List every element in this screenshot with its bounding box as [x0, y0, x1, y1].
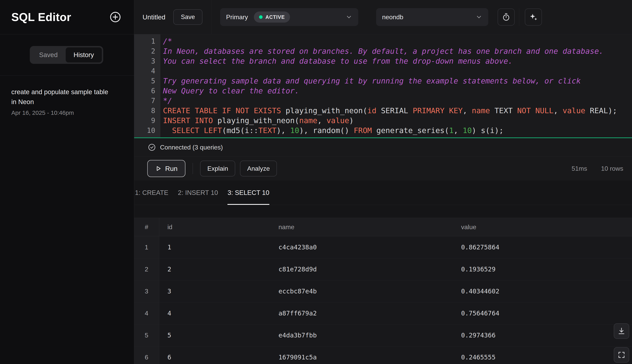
explain-button[interactable]: Explain [200, 160, 235, 176]
code-line[interactable]: SELECT LEFT(md5(i::TEXT), 10), random() … [163, 126, 632, 136]
data-cell: 1 [159, 236, 270, 258]
results-table-area: #idnamevalue 11c4ca4238a00.8627586422c81… [134, 218, 632, 364]
code-line[interactable]: New Query to clear the editor. [163, 86, 632, 96]
sidebar-tabs-row: Saved History [0, 34, 134, 76]
history-list: create and populate sample table in Neon… [0, 76, 134, 128]
data-cell: 0.2465555 [453, 346, 632, 364]
data-cell: 5 [159, 324, 270, 346]
query-history-button[interactable] [498, 8, 515, 26]
history-item-timestamp: Apr 16, 2025 - 10:46pm [11, 110, 123, 116]
download-icon [617, 327, 625, 335]
connection-status-text: Connected (3 queries) [160, 144, 223, 151]
analyze-button[interactable]: Analyze [240, 160, 277, 176]
results-panel: 1: CREATE 2: INSERT 10 3: SELECT 10 #idn… [134, 180, 632, 364]
check-circle-icon [148, 143, 156, 152]
results-table-header-row: #idnamevalue [134, 218, 632, 236]
row-number-cell: 1 [134, 236, 159, 258]
column-header: value [453, 218, 632, 236]
code-line[interactable]: CREATE TABLE IF NOT EXISTS playing_with_… [163, 106, 632, 116]
data-cell: 0.40344602 [453, 280, 632, 302]
row-number-cell: 6 [134, 346, 159, 364]
toolbar-divider [519, 8, 519, 26]
page-title: SQL Editor [11, 10, 71, 24]
row-number-cell: 3 [134, 280, 159, 302]
line-number: 4 [134, 66, 160, 76]
actions-row: Run Explain Analyze 51ms 10 rows [134, 156, 632, 180]
results-table: #idnamevalue 11c4ca4238a00.8627586422c81… [134, 218, 632, 364]
active-status-label: ACTIVE [265, 14, 285, 20]
chevron-down-icon [346, 14, 352, 20]
row-number-cell: 4 [134, 302, 159, 324]
data-cell: 6 [159, 346, 270, 364]
code-line[interactable]: In Neon, databases are stored on branche… [163, 46, 632, 56]
active-status-dot [259, 15, 263, 19]
sidebar: SQL Editor Saved History create and popu… [0, 0, 134, 364]
line-number: 8 [134, 106, 160, 116]
table-row[interactable]: 44a87ff679a20.75646764 [134, 302, 632, 324]
sql-editor-app: SQL Editor Saved History create and popu… [0, 0, 632, 364]
row-count: 10 rows [601, 165, 623, 172]
result-tab-insert[interactable]: 2: INSERT 10 [173, 180, 223, 205]
table-row[interactable]: 661679091c5a0.2465555 [134, 346, 632, 364]
run-button-label: Run [165, 165, 177, 172]
table-row[interactable]: 22c81e728d9d0.1936529 [134, 258, 632, 280]
data-cell: a87ff679a2 [270, 302, 453, 324]
query-metrics: 51ms 10 rows [572, 165, 623, 172]
data-cell: c81e728d9d [270, 258, 453, 280]
data-cell: c4ca4238a0 [270, 236, 453, 258]
data-cell: 4 [159, 302, 270, 324]
branch-selector[interactable]: Primary ACTIVE [220, 8, 358, 26]
actions-divider [192, 163, 193, 174]
toolbar: Untitled Save Primary ACTIVE neondb [134, 0, 632, 34]
toolbar-divider [211, 0, 212, 34]
query-name[interactable]: Untitled [142, 13, 165, 21]
database-name: neondb [382, 14, 403, 21]
branch-name: Primary [226, 14, 248, 21]
plus-circle-icon [109, 11, 122, 24]
row-number-cell: 2 [134, 258, 159, 280]
expand-results-button[interactable] [614, 347, 629, 362]
column-header: id [159, 218, 270, 236]
chevron-down-icon [476, 14, 482, 20]
sparkles-icon [529, 13, 538, 22]
table-row[interactable]: 33eccbc87e4b0.40344602 [134, 280, 632, 302]
code-line[interactable]: /* [163, 36, 632, 46]
editor-code[interactable]: /*In Neon, databases are stored on branc… [160, 34, 632, 138]
row-number-cell: 5 [134, 324, 159, 346]
data-cell: 0.2974366 [453, 324, 632, 346]
tab-saved[interactable]: Saved [31, 48, 66, 62]
result-tab-select[interactable]: 3: SELECT 10 [223, 180, 274, 205]
result-tabs: 1: CREATE 2: INSERT 10 3: SELECT 10 [134, 180, 632, 205]
connection-status-bar: Connected (3 queries) [134, 138, 632, 156]
download-results-button[interactable] [614, 323, 629, 339]
code-line[interactable]: Try generating sample data and querying … [163, 76, 632, 86]
new-query-button[interactable] [107, 9, 124, 26]
editor-gutter: 12345678910 [134, 34, 160, 138]
table-row[interactable]: 11c4ca4238a00.86275864 [134, 236, 632, 258]
results-table-body: 11c4ca4238a00.8627586422c81e728d9d0.1936… [134, 236, 632, 364]
tab-history[interactable]: History [66, 48, 102, 62]
branch-status-badge: ACTIVE [254, 12, 290, 22]
query-duration: 51ms [572, 165, 587, 172]
table-row[interactable]: 55e4da3b7fbb0.2974366 [134, 324, 632, 346]
result-tab-create[interactable]: 1: CREATE [134, 180, 173, 205]
ai-assist-button[interactable] [525, 8, 542, 26]
database-selector[interactable]: neondb [376, 8, 488, 26]
code-line[interactable] [163, 66, 632, 76]
main-panel: Untitled Save Primary ACTIVE neondb [134, 0, 632, 364]
code-line[interactable]: You can select the branch and database t… [163, 56, 632, 66]
column-header: # [134, 218, 159, 236]
data-cell: eccbc87e4b [270, 280, 453, 302]
line-number: 7 [134, 96, 160, 106]
saved-history-toggle: Saved History [30, 46, 103, 64]
play-icon [155, 165, 162, 172]
history-item[interactable]: create and populate sample table in Neon… [11, 87, 123, 116]
code-line[interactable]: */ [163, 96, 632, 106]
save-button[interactable]: Save [173, 9, 202, 25]
code-line[interactable]: INSERT INTO playing_with_neon(name, valu… [163, 116, 632, 126]
run-button[interactable]: Run [147, 160, 185, 177]
data-cell: 0.86275864 [453, 236, 632, 258]
history-item-title: create and populate sample table in Neon [11, 87, 109, 107]
data-cell: 3 [159, 280, 270, 302]
data-cell: 1679091c5a [270, 346, 453, 364]
